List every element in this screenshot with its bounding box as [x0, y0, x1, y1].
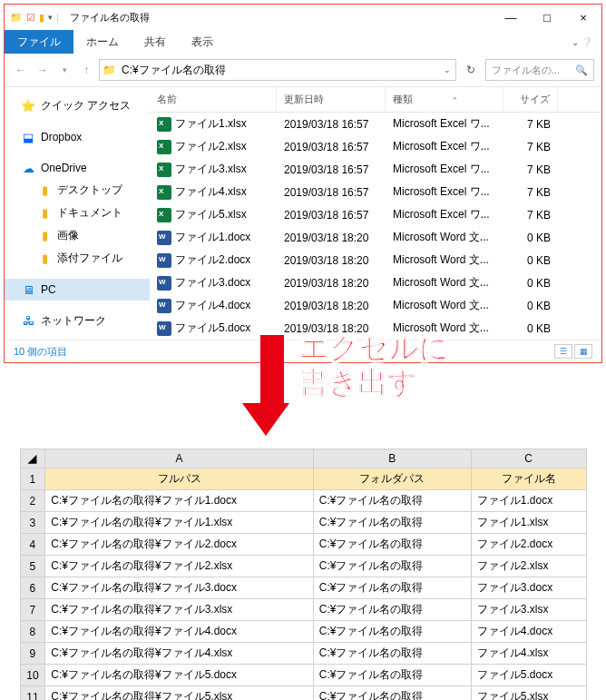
- xlsx-icon: X: [157, 117, 171, 132]
- row-head[interactable]: 3: [20, 512, 45, 534]
- tab-share[interactable]: 共有: [132, 31, 179, 54]
- xlsx-icon: X: [157, 185, 171, 200]
- cell[interactable]: C:¥ファイル名の取得¥ファイル5.docx: [45, 665, 313, 686]
- cell[interactable]: ファイル2.xlsx: [471, 556, 586, 577]
- cell[interactable]: C:¥ファイル名の取得¥ファイル4.xlsx: [45, 643, 313, 665]
- sidebar-item-desktop[interactable]: ▮デスクトップ: [5, 179, 150, 202]
- close-button[interactable]: ×: [565, 5, 601, 30]
- maximize-button[interactable]: □: [529, 5, 565, 30]
- cell[interactable]: C:¥ファイル名の取得¥ファイル2.docx: [45, 534, 313, 556]
- cell[interactable]: C:¥ファイル名の取得: [313, 556, 471, 577]
- cell[interactable]: C:¥ファイル名の取得¥ファイル2.xlsx: [45, 556, 313, 577]
- col-type[interactable]: 種類 ⌃: [386, 87, 503, 112]
- sidebar-item-dropbox[interactable]: ⬓Dropbox: [5, 126, 150, 148]
- cell[interactable]: ファイル5.docx: [471, 665, 586, 686]
- row-head[interactable]: 5: [20, 556, 45, 577]
- row-head[interactable]: 9: [20, 643, 45, 665]
- refresh-button[interactable]: ↻: [460, 59, 482, 81]
- cell[interactable]: C:¥ファイル名の取得: [313, 643, 471, 665]
- col-date[interactable]: 更新日時: [277, 87, 386, 112]
- row-head[interactable]: 11: [20, 686, 45, 701]
- col-c[interactable]: C: [471, 449, 586, 468]
- cell[interactable]: ファイル1.xlsx: [471, 512, 586, 534]
- address-bar[interactable]: 📁 ⌄: [99, 59, 456, 81]
- sidebar-item-pictures[interactable]: ▮画像: [5, 224, 150, 247]
- cell[interactable]: C:¥ファイル名の取得: [313, 686, 471, 701]
- dropbox-icon: ⬓: [21, 130, 35, 144]
- file-row[interactable]: Xファイル2.xlsx2019/03/18 16:57Microsoft Exc…: [150, 135, 601, 158]
- row-head[interactable]: 4: [20, 534, 45, 556]
- cell[interactable]: C:¥ファイル名の取得¥ファイル3.xlsx: [45, 599, 313, 621]
- sidebar-item-attachments[interactable]: ▮添付ファイル: [5, 247, 150, 270]
- sidebar-item-network[interactable]: 🖧ネットワーク: [5, 310, 150, 332]
- cell[interactable]: ファイル3.docx: [471, 577, 586, 599]
- cell[interactable]: C:¥ファイル名の取得: [313, 490, 471, 512]
- sidebar-item-documents[interactable]: ▮ドキュメント: [5, 202, 150, 224]
- cell[interactable]: C:¥ファイル名の取得: [313, 534, 471, 556]
- col-size[interactable]: サイズ: [503, 87, 558, 112]
- cell[interactable]: ファイル4.xlsx: [471, 643, 586, 665]
- tab-file[interactable]: ファイル: [5, 30, 73, 54]
- sidebar-item-quick-access[interactable]: ⭐クイック アクセス: [5, 94, 150, 117]
- col-b[interactable]: B: [313, 449, 471, 468]
- qat-dropdown-icon[interactable]: ▾: [48, 13, 53, 22]
- row-head[interactable]: 6: [20, 577, 45, 599]
- row-head[interactable]: 1: [20, 468, 45, 490]
- history-dropdown[interactable]: ▾: [55, 61, 73, 79]
- row-head[interactable]: 10: [20, 665, 45, 686]
- header-cell[interactable]: フォルダパス: [313, 468, 471, 490]
- cell[interactable]: C:¥ファイル名の取得: [313, 621, 471, 643]
- header-cell[interactable]: フルパス: [45, 468, 313, 490]
- address-input[interactable]: [118, 64, 439, 76]
- tab-view[interactable]: 表示: [179, 31, 226, 54]
- file-row[interactable]: Xファイル1.xlsx2019/03/18 16:57Microsoft Exc…: [150, 113, 601, 135]
- sidebar-label: ネットワーク: [41, 313, 106, 329]
- sidebar-item-onedrive[interactable]: ☁OneDrive: [5, 157, 150, 179]
- cell[interactable]: C:¥ファイル名の取得¥ファイル1.xlsx: [45, 512, 313, 534]
- row-head[interactable]: 7: [20, 599, 45, 621]
- ribbon-expand-icon[interactable]: ⌄ ❔: [562, 37, 601, 47]
- cell[interactable]: ファイル3.xlsx: [471, 599, 586, 621]
- checkbox-icon: ☑: [26, 12, 35, 24]
- view-details-button[interactable]: ☰: [554, 344, 572, 359]
- forward-button[interactable]: →: [34, 61, 52, 79]
- col-name[interactable]: 名前: [150, 87, 277, 112]
- row-head[interactable]: 2: [20, 490, 45, 512]
- separator: |: [56, 12, 59, 23]
- window-title: ファイル名の取得: [64, 11, 493, 25]
- file-row[interactable]: Wファイル1.docx2019/03/18 18:20Microsoft Wor…: [150, 226, 601, 249]
- cell[interactable]: ファイル2.docx: [471, 534, 586, 556]
- file-row[interactable]: Wファイル4.docx2019/03/18 18:20Microsoft Wor…: [150, 294, 601, 317]
- search-input[interactable]: ファイル名の... 🔍: [485, 59, 594, 81]
- cell[interactable]: C:¥ファイル名の取得: [313, 512, 471, 534]
- file-row[interactable]: Wファイル2.docx2019/03/18 18:20Microsoft Wor…: [150, 249, 601, 271]
- tab-home[interactable]: ホーム: [73, 31, 132, 54]
- cell[interactable]: C:¥ファイル名の取得: [313, 599, 471, 621]
- cell[interactable]: C:¥ファイル名の取得¥ファイル3.docx: [45, 577, 313, 599]
- file-row[interactable]: Xファイル4.xlsx2019/03/18 16:57Microsoft Exc…: [150, 181, 601, 203]
- folder-icon: ▮: [37, 206, 52, 221]
- minimize-button[interactable]: —: [493, 5, 529, 30]
- file-row[interactable]: Xファイル5.xlsx2019/03/18 16:57Microsoft Exc…: [150, 203, 601, 226]
- sidebar-item-pc[interactable]: 🖥PC: [5, 279, 150, 301]
- view-icons-button[interactable]: ▦: [574, 344, 592, 359]
- address-dropdown-icon[interactable]: ⌄: [439, 65, 455, 74]
- cell[interactable]: C:¥ファイル名の取得¥ファイル4.docx: [45, 621, 313, 643]
- cell[interactable]: C:¥ファイル名の取得: [313, 665, 471, 686]
- row-head[interactable]: 8: [20, 621, 45, 643]
- back-button[interactable]: ←: [12, 61, 30, 79]
- cell[interactable]: ファイル5.xlsx: [471, 686, 586, 701]
- header-cell[interactable]: ファイル名: [471, 468, 586, 490]
- col-a[interactable]: A: [45, 449, 313, 468]
- select-all-corner[interactable]: ◢: [20, 449, 45, 468]
- cell[interactable]: ファイル1.docx: [471, 490, 586, 512]
- file-row[interactable]: Wファイル3.docx2019/03/18 18:20Microsoft Wor…: [150, 271, 601, 294]
- file-row[interactable]: Xファイル3.xlsx2019/03/18 16:57Microsoft Exc…: [150, 158, 601, 181]
- cell[interactable]: ファイル4.docx: [471, 621, 586, 643]
- cell[interactable]: C:¥ファイル名の取得¥ファイル1.docx: [45, 490, 313, 512]
- folder-small-icon: ▮: [39, 12, 44, 24]
- up-button[interactable]: ↑: [77, 61, 95, 79]
- sidebar-label: デスクトップ: [57, 182, 122, 198]
- cell[interactable]: C:¥ファイル名の取得: [313, 577, 471, 599]
- cell[interactable]: C:¥ファイル名の取得¥ファイル5.xlsx: [45, 686, 313, 701]
